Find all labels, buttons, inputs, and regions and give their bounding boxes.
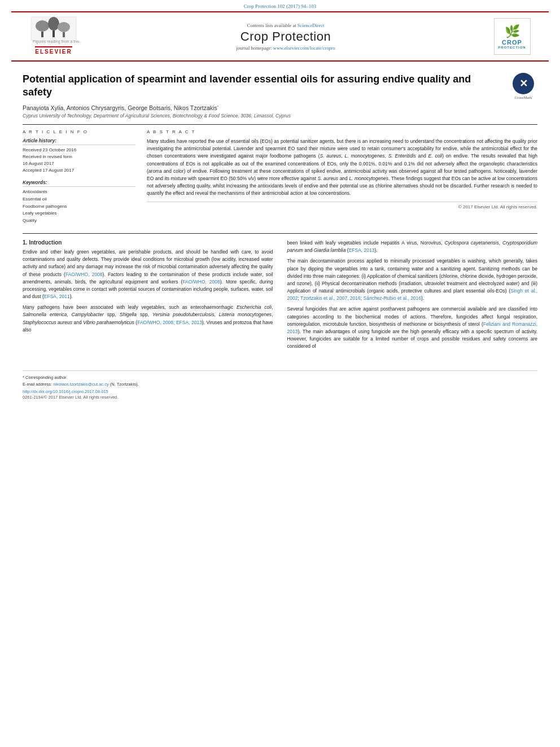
article-title-section: Potential application of spearmint and l… — [23, 73, 537, 100]
contents-label: Contents lists available at — [247, 23, 296, 28]
keywords-list: Antioxidants Essential oil Foodborne pat… — [23, 189, 135, 225]
elsevier-logo-area: Figures reading from a tree of ELSEVIER — [23, 16, 85, 57]
ref-fao-who-2008-1[interactable]: FAO/WHO, 2008 — [65, 272, 103, 277]
badge-plant-icon: 🌿 — [505, 24, 520, 39]
body-left-column: 1. Introduction Endive and other leafy g… — [23, 239, 273, 353]
body-para4: The main decontamination process applied… — [287, 257, 538, 302]
svg-point-3 — [58, 22, 70, 32]
keyword-2: Essential oil — [23, 196, 135, 203]
body-divider — [23, 233, 537, 234]
authors-line: Panayiota Xylia, Antonios Chrysargyris, … — [23, 104, 537, 111]
contents-line: Contents lists available at ScienceDirec… — [85, 23, 487, 28]
issn-text: 0261-2194/© 2017 Elsevier Ltd. All right… — [23, 395, 118, 400]
issn-line: 0261-2194/© 2017 Elsevier Ltd. All right… — [23, 395, 537, 400]
article-info-abstract-section: A R T I C L E I N F O Article history: R… — [23, 124, 537, 225]
article-title: Potential application of spearmint and l… — [23, 73, 509, 99]
keywords-label: Keywords: — [23, 180, 135, 187]
email-label: E-mail address: — [23, 382, 52, 387]
elsevier-tree-illustration: Figures reading from a tree of — [28, 16, 79, 45]
article-content: Potential application of spearmint and l… — [0, 62, 560, 359]
corresponding-author-note: * Corresponding author. — [23, 374, 537, 381]
copyright-line: © 2017 Elsevier Ltd. All rights reserved… — [147, 202, 537, 209]
keyword-3: Foodborne pathogens — [23, 203, 135, 211]
crossmark-icon[interactable]: ✕ — [513, 73, 534, 94]
svg-point-1 — [36, 20, 49, 32]
ref-tzortzakis-et-al[interactable]: Tzortzakis et al., 2007, 2016 — [300, 295, 361, 301]
svg-rect-4 — [41, 32, 43, 37]
ref-feliziani[interactable]: Feliziani and Romanazzi, 2013 — [287, 321, 538, 334]
crossmark-area: ✕ CrossMark — [509, 73, 537, 100]
ref-efsa-2013[interactable]: EFSA, 2013 — [349, 247, 375, 253]
svg-point-2 — [48, 17, 59, 30]
body-right-column: been linked with leafy vegetables includ… — [287, 239, 538, 353]
abstract-text: Many studies have reported the use of es… — [147, 138, 537, 197]
body-para5: Several fungicides that are active again… — [287, 305, 538, 350]
body-para1: Endive and other leafy green vegetables,… — [23, 248, 273, 300]
body-para3: been linked with leafy vegetables includ… — [287, 239, 538, 254]
accepted-date: Accepted 17 August 2017 — [23, 167, 135, 174]
body-para2: Many pathogens have been associated with… — [23, 304, 273, 334]
authors: Panayiota Xylia, Antonios Chrysargyris, … — [23, 104, 218, 111]
affiliation-line: Cyprus University of Technology, Departm… — [23, 113, 537, 119]
ref-efsa-2011[interactable]: EFSA, 2011 — [44, 294, 70, 299]
keyword-1: Antioxidants — [23, 189, 135, 196]
email-link[interactable]: nikolaos.tzortzakis@cut.ac.cy — [53, 382, 108, 387]
journal-citation-bar: Crop Protection 102 (2017) 94–103 — [0, 0, 560, 11]
page-footer: * Corresponding author. E-mail address: … — [23, 370, 537, 400]
journal-citation: Crop Protection 102 (2017) 94–103 — [244, 3, 317, 9]
article-info-column: A R T I C L E I N F O Article history: R… — [23, 129, 135, 225]
crop-protection-badge: 🌿 CROP PROTECTION — [494, 18, 531, 55]
sciencedirect-link[interactable]: ScienceDirect — [298, 23, 325, 28]
abstract-section-label: A B S T R A C T — [147, 129, 537, 134]
email-note: E-mail address: nikolaos.tzortzakis@cut.… — [23, 381, 537, 387]
doi-line[interactable]: http://dx.doi.org/10.1016/j.cropro.2017.… — [23, 389, 537, 394]
homepage-link[interactable]: www.elsevier.com/locate/cropro — [273, 45, 335, 51]
section1-heading: 1. Introduction — [23, 239, 273, 246]
badge-title-line1: CROP — [502, 39, 522, 46]
journal-header: Figures reading from a tree of ELSEVIER … — [11, 11, 549, 62]
article-history-label: Article history: — [23, 138, 135, 145]
elsevier-logo: Figures reading from a tree of ELSEVIER — [25, 16, 82, 55]
corresponding-author-label: * Corresponding author. — [23, 375, 67, 380]
doi-text: http://dx.doi.org/10.1016/j.cropro.2017.… — [23, 389, 108, 394]
revised-date: 16 August 2017 — [23, 160, 135, 167]
keyword-4: Leafy vegetables — [23, 210, 135, 217]
body-content: 1. Introduction Endive and other leafy g… — [23, 239, 537, 353]
svg-rect-6 — [63, 32, 65, 37]
received-date: Received 23 October 2016 — [23, 147, 135, 154]
ref-sanchez-rubio[interactable]: Sánchez-Rubio et al., 2016 — [364, 295, 422, 301]
email-attribution: (N. Tzortzakis). — [110, 382, 139, 387]
svg-text:Figures reading from a tree of: Figures reading from a tree of — [33, 40, 79, 44]
homepage-line: journal homepage: www.elsevier.com/locat… — [85, 45, 487, 51]
keyword-5: Quality — [23, 217, 135, 225]
article-info-section-label: A R T I C L E I N F O — [23, 129, 135, 134]
crossmark-label: CrossMark — [514, 95, 532, 100]
svg-rect-5 — [53, 30, 55, 37]
ref-fao-who-2008-2[interactable]: FAO/WHO, 2008 — [182, 279, 220, 285]
ref-fao-who-efsa[interactable]: FAO/WHO, 2008; EFSA, 2013 — [137, 320, 202, 325]
homepage-label: journal homepage: — [236, 45, 272, 51]
journal-title-area: Contents lists available at ScienceDirec… — [85, 23, 487, 51]
section1-title: Introduction — [29, 239, 62, 246]
journal-title: Crop Protection — [85, 29, 487, 44]
elsevier-brand: ELSEVIER — [35, 46, 72, 55]
abstract-column: A B S T R A C T Many studies have report… — [147, 129, 537, 225]
crop-badge-area: 🌿 CROP PROTECTION — [487, 18, 537, 55]
revised-label: Received in revised form — [23, 154, 135, 160]
section1-num: 1. — [23, 239, 27, 246]
badge-title-line2: PROTECTION — [498, 46, 526, 49]
